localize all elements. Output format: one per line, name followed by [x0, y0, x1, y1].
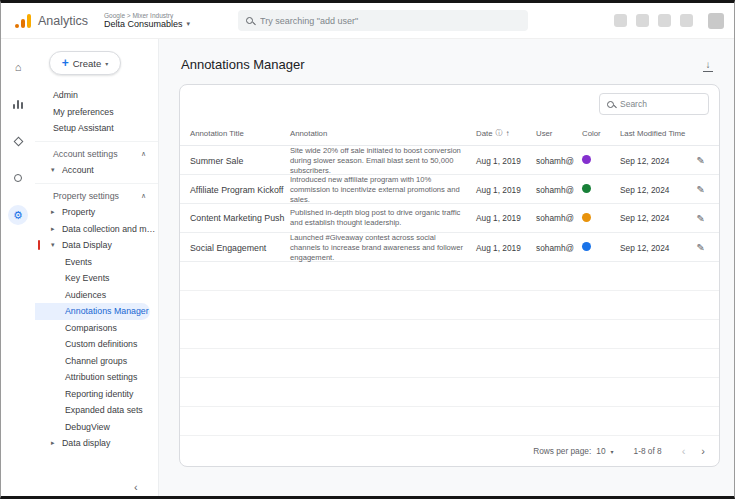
admin-gear-icon[interactable]: ⚙ [8, 205, 28, 225]
divider [35, 183, 158, 184]
table-search[interactable] [599, 93, 709, 115]
column-user: User [536, 129, 582, 138]
sidebar-item-expanded-data-sets[interactable]: Expanded data sets [35, 402, 158, 419]
chevron-up-icon: ∧ [141, 192, 146, 200]
edit-icon[interactable]: ✎ [697, 184, 705, 195]
annotation-title: Summer Sale [190, 156, 290, 166]
edit-icon[interactable]: ✎ [697, 213, 705, 224]
toolbar-icon-1[interactable] [614, 14, 627, 27]
active-section-marker [38, 240, 40, 250]
divider [35, 141, 158, 142]
chevron-up-icon: ∧ [141, 150, 146, 158]
search-icon [607, 101, 614, 108]
explore-icon[interactable] [8, 131, 28, 151]
table-search-input[interactable] [620, 99, 701, 109]
info-icon: ⓘ [495, 128, 502, 138]
table-row: Affiliate Program Kickoff Introduced new… [180, 175, 719, 204]
sidebar-item-custom-definitions[interactable]: Custom definitions [35, 336, 158, 353]
annotation-modified: Sep 12, 2024 [620, 185, 696, 195]
previous-page-icon[interactable]: ‹ [682, 446, 686, 457]
toolbar-icon-2[interactable] [636, 14, 649, 27]
empty-row [180, 407, 719, 436]
sidebar-section-property-settings[interactable]: Property settings ∧ [35, 188, 158, 205]
sidebar-item-debugview[interactable]: DebugView [35, 419, 158, 436]
edit-icon[interactable]: ✎ [697, 155, 705, 166]
column-annotation-title: Annotation Title [190, 129, 290, 138]
sidebar-item-key-events[interactable]: Key Events [35, 270, 158, 287]
home-icon[interactable]: ⌂ [8, 57, 28, 77]
sidebar-item-data-collection[interactable]: ▸ Data collection and modific... [35, 221, 158, 238]
plus-icon: + [62, 57, 69, 69]
pagination-bar: Rows per page: 10 ▾ 1-8 of 8 ‹ › [180, 436, 719, 466]
toolbar-icon-3[interactable] [658, 14, 671, 27]
sidebar-item-audiences[interactable]: Audiences [35, 287, 158, 304]
sidebar-item-data-display-bottom[interactable]: ▸ Data display [35, 435, 158, 452]
sidebar-item-data-display[interactable]: ▾ Data Display [35, 237, 158, 254]
sidebar-section-account-settings[interactable]: Account settings ∧ [35, 146, 158, 163]
sidebar-item-property[interactable]: ▸ Property [35, 204, 158, 221]
rows-per-page-select[interactable]: Rows per page: 10 ▾ [533, 446, 613, 456]
annotations-card: Annotation Title Annotation Date ⓘ ↑ Use… [179, 84, 720, 467]
annotation-title: Affiliate Program Kickoff [190, 185, 290, 195]
annotation-date: Aug 1, 2019 [476, 185, 536, 195]
reports-icon[interactable] [8, 94, 28, 114]
global-search-input[interactable] [260, 16, 520, 26]
table-header: Annotation Title Annotation Date ⓘ ↑ Use… [180, 121, 719, 146]
sidebar-item-my-preferences[interactable]: My preferences [35, 104, 158, 121]
annotation-date: Aug 1, 2019 [476, 156, 536, 166]
sidebar-item-annotations-manager[interactable]: Annotations Manager [35, 303, 150, 320]
app-window: Analytics Google > Mixer Industry Delta … [0, 0, 735, 499]
sidebar-collapse-icon[interactable]: ‹ [134, 481, 138, 493]
annotation-user: sohamh@ [536, 156, 582, 166]
nav-rail: ⌂ ⚙ [1, 39, 35, 498]
annotation-text: Published in-depth blog post to drive or… [290, 208, 476, 228]
annotation-modified: Sep 12, 2024 [620, 243, 696, 253]
avatar[interactable] [708, 13, 724, 29]
page-title: Annotations Manager [181, 57, 305, 72]
toolbar-icon-4[interactable] [680, 14, 693, 27]
annotation-user: sohamh@ [536, 185, 582, 195]
top-bar: Analytics Google > Mixer Industry Delta … [1, 3, 734, 39]
annotation-date: Aug 1, 2019 [476, 243, 536, 253]
color-dot [582, 242, 591, 251]
sidebar-item-admin[interactable]: Admin [35, 87, 158, 104]
breadcrumb: Google > Mixer Industry [104, 12, 190, 19]
annotation-text: Site wide 20% off sale initiated to boos… [290, 146, 476, 176]
sidebar-item-channel-groups[interactable]: Channel groups [35, 353, 158, 370]
account-selector[interactable]: Google > Mixer Industry Delta Consumable… [104, 12, 190, 30]
chevron-right-icon: ▸ [51, 225, 58, 233]
main-content: Annotations Manager ↓ Annotation Title A… [159, 39, 734, 498]
analytics-logo-icon [13, 13, 33, 29]
product-name: Analytics [38, 14, 88, 28]
column-date[interactable]: Date ⓘ ↑ [476, 128, 536, 138]
sidebar-item-attribution-settings[interactable]: Attribution settings [35, 369, 158, 386]
sidebar-item-events[interactable]: Events [35, 254, 158, 271]
sidebar-item-reporting-identity[interactable]: Reporting identity [35, 386, 158, 403]
edit-icon[interactable]: ✎ [697, 242, 705, 253]
global-search[interactable] [238, 10, 528, 31]
sidebar-item-comparisons[interactable]: Comparisons [35, 320, 158, 337]
annotation-title: Social Engagement [190, 243, 290, 253]
annotation-text: Launched #Giveaway contest across social… [290, 233, 476, 263]
table-row: Social Engagement Launched #Giveaway con… [180, 233, 719, 262]
color-dot [582, 213, 591, 222]
chevron-right-icon: ▸ [51, 439, 58, 447]
annotation-text: Introduced new affiliate program with 10… [290, 175, 476, 205]
sidebar-item-account[interactable]: ▾ Account [35, 162, 158, 179]
chevron-right-icon: ▸ [51, 208, 58, 216]
create-button[interactable]: + Create ▾ [49, 51, 121, 75]
annotation-user: sohamh@ [536, 243, 582, 253]
table-row: Summer Sale Site wide 20% off sale initi… [180, 146, 719, 175]
next-page-icon[interactable]: › [701, 446, 705, 457]
empty-row [180, 378, 719, 407]
column-last-modified: Last Modified Time [620, 129, 696, 138]
advertising-icon[interactable] [8, 168, 28, 188]
annotation-user: sohamh@ [536, 213, 582, 223]
annotation-date: Aug 1, 2019 [476, 213, 536, 223]
annotation-modified: Sep 12, 2024 [620, 156, 696, 166]
sidebar-item-setup-assistant[interactable]: Setup Assistant [35, 120, 158, 137]
download-icon[interactable]: ↓ [702, 59, 714, 70]
annotation-modified: Sep 12, 2024 [620, 213, 696, 223]
chevron-down-icon: ▾ [51, 166, 58, 174]
sort-ascending-icon: ↑ [505, 129, 509, 138]
